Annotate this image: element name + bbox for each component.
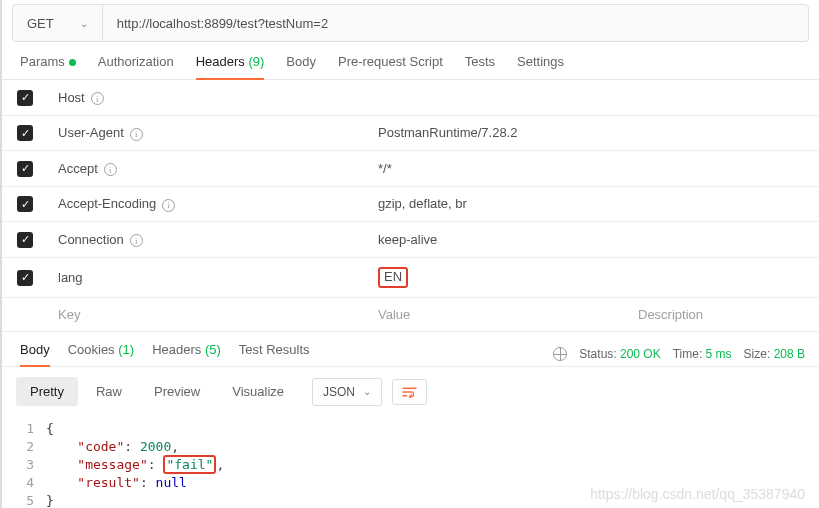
code-lines: { "code": 2000, "message": "fail", "resu… bbox=[46, 420, 224, 508]
resp-tab-cookies[interactable]: Cookies (1) bbox=[68, 342, 134, 366]
header-key[interactable]: Connection bbox=[58, 232, 124, 247]
header-value[interactable]: */* bbox=[378, 161, 392, 176]
preview-button[interactable]: Preview bbox=[140, 377, 214, 406]
resp-tab-headers[interactable]: Headers (5) bbox=[152, 342, 221, 366]
response-bar: Body Cookies (1) Headers (5) Test Result… bbox=[2, 332, 819, 366]
resp-tab-body[interactable]: Body bbox=[20, 342, 50, 366]
raw-button[interactable]: Raw bbox=[82, 377, 136, 406]
header-key[interactable]: User-Agent bbox=[58, 125, 124, 140]
description-input[interactable]: Description bbox=[628, 298, 819, 332]
pretty-button[interactable]: Pretty bbox=[16, 377, 78, 406]
size-value: 208 B bbox=[774, 347, 805, 361]
wrap-lines-button[interactable] bbox=[392, 379, 427, 405]
header-value[interactable]: EN bbox=[378, 267, 408, 289]
header-value[interactable]: PostmanRuntime/7.28.2 bbox=[378, 125, 517, 140]
checkbox[interactable]: ✓ bbox=[17, 232, 33, 248]
response-controls: Pretty Raw Preview Visualize JSON ⌄ bbox=[2, 366, 819, 416]
header-value[interactable]: keep-alive bbox=[378, 232, 437, 247]
table-row[interactable]: ✓langEN bbox=[2, 257, 819, 298]
table-row[interactable]: ✓Connectionikeep-alive bbox=[2, 222, 819, 258]
checkbox[interactable]: ✓ bbox=[17, 196, 33, 212]
header-key[interactable]: Host bbox=[58, 90, 85, 105]
time-value: 5 ms bbox=[706, 347, 732, 361]
chevron-down-icon: ⌄ bbox=[363, 386, 371, 397]
checkbox[interactable]: ✓ bbox=[17, 90, 33, 106]
header-key[interactable]: Accept bbox=[58, 161, 98, 176]
tab-params[interactable]: Params bbox=[20, 54, 76, 79]
key-input[interactable]: Key bbox=[48, 298, 368, 332]
checkbox[interactable]: ✓ bbox=[17, 125, 33, 141]
tab-headers[interactable]: Headers (9) bbox=[196, 54, 265, 79]
visualize-button[interactable]: Visualize bbox=[218, 377, 298, 406]
line-gutter: 12345 bbox=[2, 420, 46, 508]
table-row[interactable]: ✓Hosti bbox=[2, 80, 819, 115]
http-method-select[interactable]: GET ⌄ bbox=[13, 5, 103, 41]
request-tabs: Params Authorization Headers (9) Body Pr… bbox=[2, 42, 819, 80]
header-key[interactable]: lang bbox=[58, 270, 83, 285]
globe-icon[interactable] bbox=[553, 347, 567, 361]
params-active-dot-icon bbox=[69, 59, 76, 66]
table-row-new[interactable]: KeyValueDescription bbox=[2, 298, 819, 332]
info-icon[interactable]: i bbox=[104, 163, 117, 176]
checkbox[interactable]: ✓ bbox=[17, 270, 33, 286]
response-body-viewer[interactable]: 12345 { "code": 2000, "message": "fail",… bbox=[2, 416, 819, 508]
table-row[interactable]: ✓User-AgentiPostmanRuntime/7.28.2 bbox=[2, 115, 819, 151]
header-value[interactable]: gzip, deflate, br bbox=[378, 196, 467, 211]
info-icon[interactable]: i bbox=[130, 128, 143, 141]
tab-tests[interactable]: Tests bbox=[465, 54, 495, 79]
headers-table: ✓Hosti✓User-AgentiPostmanRuntime/7.28.2✓… bbox=[2, 80, 819, 332]
resp-tab-testresults[interactable]: Test Results bbox=[239, 342, 310, 366]
header-key[interactable]: Accept-Encoding bbox=[58, 196, 156, 211]
table-row[interactable]: ✓Accepti*/* bbox=[2, 151, 819, 187]
tab-body[interactable]: Body bbox=[286, 54, 316, 79]
chevron-down-icon: ⌄ bbox=[80, 18, 88, 29]
value-input[interactable]: Value bbox=[368, 298, 628, 332]
tab-settings[interactable]: Settings bbox=[517, 54, 564, 79]
checkbox[interactable]: ✓ bbox=[17, 161, 33, 177]
tab-prerequest[interactable]: Pre-request Script bbox=[338, 54, 443, 79]
request-bar: GET ⌄ bbox=[12, 4, 809, 42]
status-value: 200 OK bbox=[620, 347, 661, 361]
response-meta: Status: 200 OK Time: 5 ms Size: 208 B bbox=[553, 347, 805, 361]
tab-authorization[interactable]: Authorization bbox=[98, 54, 174, 79]
wrap-icon bbox=[402, 386, 417, 398]
http-method-label: GET bbox=[27, 16, 54, 31]
info-icon[interactable]: i bbox=[130, 234, 143, 247]
format-select[interactable]: JSON ⌄ bbox=[312, 378, 382, 406]
info-icon[interactable]: i bbox=[91, 92, 104, 105]
info-icon[interactable]: i bbox=[162, 199, 175, 212]
response-tabs: Body Cookies (1) Headers (5) Test Result… bbox=[20, 342, 310, 366]
url-input[interactable] bbox=[103, 5, 808, 41]
table-row[interactable]: ✓Accept-Encodingigzip, deflate, br bbox=[2, 186, 819, 222]
